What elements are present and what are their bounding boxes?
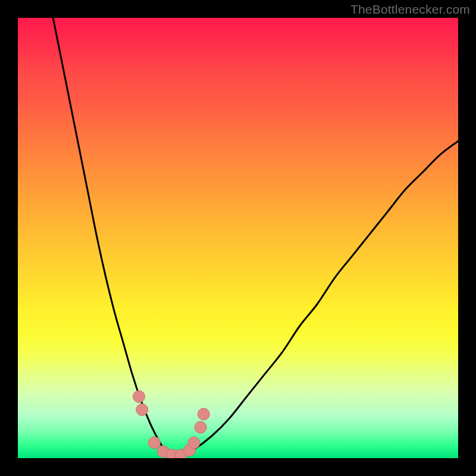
bottleneck-curve: [53, 18, 458, 458]
highlight-markers: [133, 390, 210, 458]
curve-left-branch: [53, 18, 176, 458]
outer-frame: TheBottlenecker.com: [0, 0, 476, 476]
curve-layer: [18, 18, 458, 458]
highlight-marker: [136, 404, 148, 416]
watermark-text: TheBottlenecker.com: [350, 2, 470, 17]
plot-area: [18, 18, 458, 458]
curve-right-branch: [176, 141, 458, 458]
highlight-marker: [195, 421, 206, 433]
highlight-marker: [133, 390, 145, 402]
highlight-marker: [188, 437, 200, 449]
highlight-marker: [198, 408, 209, 420]
highlight-marker: [148, 437, 160, 449]
